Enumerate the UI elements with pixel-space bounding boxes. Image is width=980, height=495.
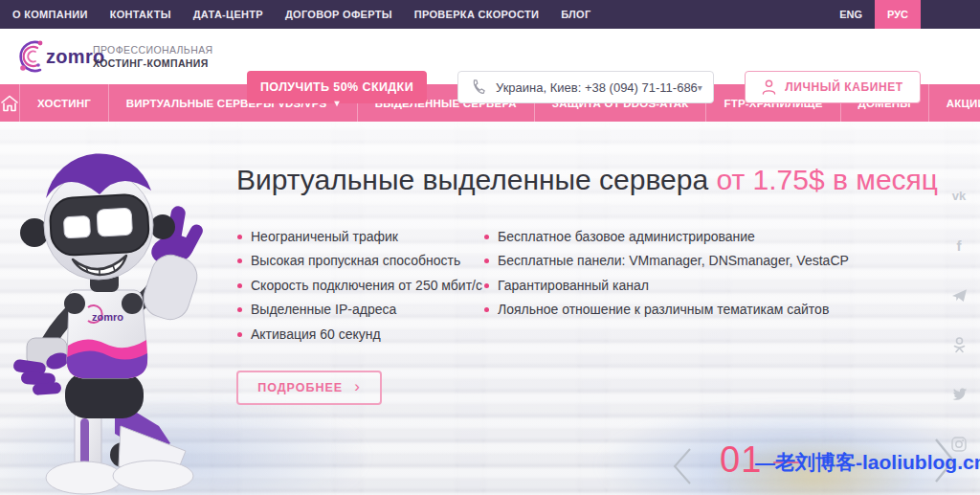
- zomro-logo[interactable]: zomro: [11, 37, 105, 76]
- home-icon: [0, 95, 19, 112]
- topbar-link-contacts[interactable]: КОНТАКТЫ: [110, 9, 171, 20]
- more-details-button[interactable]: ПОДРОБНЕЕ ›: [236, 371, 382, 405]
- hero-title: Виртуальные выделенные сервера от 1.75$ …: [236, 164, 938, 196]
- more-button-label: ПОДРОБНЕЕ: [257, 381, 343, 394]
- feature-item: Гарантированный канал: [483, 274, 849, 298]
- social-rail: vk f: [950, 187, 968, 453]
- topbar-link-about[interactable]: О КОМПАНИИ: [12, 9, 88, 20]
- hero-title-dark: Виртуальные выделенные сервера: [236, 164, 708, 195]
- nav-hosting[interactable]: ХОСТИНГ: [20, 84, 109, 122]
- svg-text:zomro: zomro: [92, 311, 123, 323]
- feature-item: Активация 60 секунд: [236, 323, 482, 347]
- chevron-down-icon: ▾: [698, 82, 702, 93]
- nav-home[interactable]: [0, 84, 20, 122]
- site-header: zomro ПРОФЕССИОНАЛЬНАЯ ХОСТИНГ-КОМПАНИЯ …: [0, 29, 980, 84]
- vk-icon[interactable]: vk: [950, 187, 968, 204]
- language-switcher: ENG РУС: [827, 0, 921, 29]
- feature-item: Бесплатное базовое администрирование: [483, 225, 849, 249]
- chevron-down-icon: ▾: [334, 98, 339, 108]
- feature-item: Бесплатные панели: VMmanager, DNSmanager…: [483, 249, 849, 273]
- feature-item: Выделенные IP-адреса: [236, 298, 482, 322]
- feature-item: Неограниченый трафик: [236, 225, 482, 249]
- odnoklassniki-icon[interactable]: [950, 336, 968, 353]
- feature-list-right: Бесплатное базовое администрирование Бес…: [483, 225, 849, 323]
- phone-icon: [470, 79, 486, 96]
- arrow-right-icon: ›: [354, 377, 361, 396]
- robot-mascot: zomro: [8, 139, 237, 495]
- watermark-text: —老刘博客-laoliublog.cn: [755, 449, 980, 476]
- cabinet-button-label: ЛИЧНЫЙ КАБИНЕТ: [785, 80, 903, 94]
- lang-rus[interactable]: РУС: [875, 0, 921, 29]
- feature-item: Высокая пропускная способность: [236, 249, 482, 273]
- telegram-icon[interactable]: [950, 286, 968, 304]
- feature-list-left: Неограниченый трафик Высокая пропускная …: [236, 225, 482, 347]
- phone-number: Украина, Киев: +38 (094) 71-11-686: [496, 80, 698, 95]
- topbar-link-datacenter[interactable]: ДАТА-ЦЕНТР: [193, 9, 263, 20]
- user-icon: [762, 79, 776, 95]
- facebook-icon[interactable]: f: [950, 236, 968, 254]
- lang-eng[interactable]: ENG: [827, 0, 875, 29]
- topbar-link-speedtest[interactable]: ПРОВЕРКА СКОРОСТИ: [414, 9, 539, 20]
- phone-selector[interactable]: Украина, Киев: +38 (094) 71-11-686 ▾: [457, 71, 714, 103]
- top-utility-bar: О КОМПАНИИ КОНТАКТЫ ДАТА-ЦЕНТР ДОГОВОР О…: [0, 0, 980, 29]
- feature-item: Скорость подключения от 250 мбит/с: [236, 274, 482, 298]
- topbar-link-offer[interactable]: ДОГОВОР ОФЕРТЫ: [285, 9, 392, 20]
- personal-cabinet-button[interactable]: ЛИЧНЫЙ КАБИНЕТ: [745, 71, 921, 103]
- twitter-icon[interactable]: [950, 386, 968, 403]
- feature-item: Лояльное отношение к различным тематикам…: [483, 298, 849, 322]
- hero-title-price: от 1.75$ в месяц: [716, 164, 938, 195]
- nav-promotions[interactable]: АКЦИИ: [929, 84, 980, 122]
- hero-banner: zomro Виртуальные выделенные сервера от …: [0, 122, 980, 495]
- topbar-link-blog[interactable]: БЛОГ: [561, 9, 590, 20]
- company-tagline: ПРОФЕССИОНАЛЬНАЯ ХОСТИНГ-КОМПАНИЯ: [93, 43, 213, 70]
- carousel-prev-button[interactable]: [670, 445, 695, 491]
